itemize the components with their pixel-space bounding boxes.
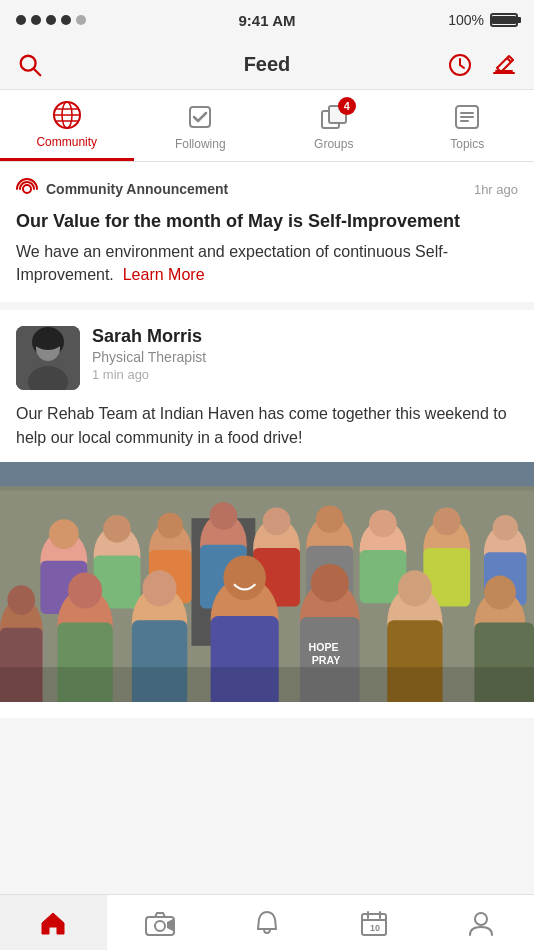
svg-point-40 [210,502,238,530]
camera-icon [145,909,175,937]
svg-point-43 [263,508,291,536]
status-time: 9:41 AM [239,12,296,29]
feed-content: Community Announcement 1hr ago Our Value… [0,162,534,894]
user-post-header: Sarah Morris Physical Therapist 1 min ag… [16,326,518,390]
tab-community[interactable]: Community [0,90,134,161]
svg-point-37 [157,513,183,539]
svg-point-75 [7,585,35,615]
home-icon [39,909,67,937]
header: Feed [0,40,534,90]
avatar-image [16,326,80,390]
announcement-body: We have an environment and expectation o… [16,241,518,286]
user-name: Sarah Morris [92,326,206,347]
tab-following-label: Following [175,137,226,151]
announcement-header: Community Announcement 1hr ago [16,178,518,200]
svg-point-52 [433,508,461,536]
svg-text:PRAY: PRAY [312,654,341,666]
signal-indicator [16,15,86,25]
following-icon [185,102,215,132]
battery-icon [490,13,518,27]
svg-rect-80 [0,667,534,702]
svg-text:10: 10 [370,923,380,933]
svg-point-25 [33,330,63,350]
search-icon [17,52,43,78]
announcement-source: Community Announcement [16,178,228,200]
calendar-icon: 10 [360,909,388,937]
svg-point-55 [493,515,519,541]
svg-point-61 [143,570,177,606]
svg-point-58 [68,573,102,609]
svg-point-72 [398,570,432,606]
groups-badge: 4 [338,97,356,115]
battery-area: 100% [448,12,518,28]
svg-point-82 [155,921,165,931]
svg-rect-6 [493,72,515,74]
bottom-navigation: 10 [0,894,534,950]
tab-topics[interactable]: Topics [401,90,535,161]
bottom-nav-notifications[interactable] [214,895,321,950]
learn-more-link[interactable]: Learn More [123,266,205,283]
svg-point-64 [223,556,266,601]
user-post-card: Sarah Morris Physical Therapist 1 min ag… [0,310,534,718]
tab-groups[interactable]: 4 Groups [267,90,401,161]
search-button[interactable] [16,51,44,79]
community-icon-wrap [51,99,83,131]
announcement-label: Community Announcement [46,181,228,197]
svg-line-4 [460,65,464,68]
tab-navigation: Community Following 4 Groups [0,90,534,162]
clock-icon [447,52,473,78]
broadcast-icon [16,178,38,200]
user-role: Physical Therapist [92,349,206,365]
topics-icon-wrap [451,101,483,133]
avatar [16,326,80,390]
bottom-nav-home[interactable] [0,895,107,950]
topics-icon [452,102,482,132]
community-icon [52,100,82,130]
bell-icon [253,909,281,937]
svg-point-46 [316,506,344,534]
header-actions [446,51,518,79]
svg-rect-29 [0,486,534,490]
group-photo-svg: HOPE PRAY [0,462,534,702]
post-text: Our Rehab Team at Indian Haven has come … [16,402,518,450]
announcement-time: 1hr ago [474,182,518,197]
tab-following[interactable]: Following [134,90,268,161]
tab-community-label: Community [36,135,97,149]
svg-text:HOPE: HOPE [308,641,338,653]
post-time: 1 min ago [92,367,206,382]
following-icon-wrap [184,101,216,133]
profile-icon [467,909,495,937]
announcement-card: Community Announcement 1hr ago Our Value… [0,162,534,302]
bottom-nav-profile[interactable] [427,895,534,950]
svg-point-34 [103,515,131,543]
history-button[interactable] [446,51,474,79]
announcement-body-text: We have an environment and expectation o… [16,243,448,282]
user-info: Sarah Morris Physical Therapist 1 min ag… [92,326,206,382]
bottom-nav-camera[interactable] [107,895,214,950]
svg-point-20 [23,185,31,193]
compose-button[interactable] [490,51,518,79]
svg-line-1 [34,68,41,75]
svg-point-78 [484,576,516,610]
tab-groups-label: Groups [314,137,353,151]
svg-point-49 [369,510,397,538]
svg-point-88 [475,913,487,925]
groups-icon-wrap: 4 [318,101,350,133]
svg-point-31 [49,519,79,549]
tab-topics-label: Topics [450,137,484,151]
announcement-title: Our Value for the month of May is Self-I… [16,210,518,233]
svg-point-67 [311,564,349,602]
status-bar: 9:41 AM 100% [0,0,534,40]
bottom-nav-calendar[interactable]: 10 [320,895,427,950]
edit-icon [491,52,517,78]
battery-percent: 100% [448,12,484,28]
post-image: HOPE PRAY [0,462,534,702]
page-title: Feed [244,53,291,76]
